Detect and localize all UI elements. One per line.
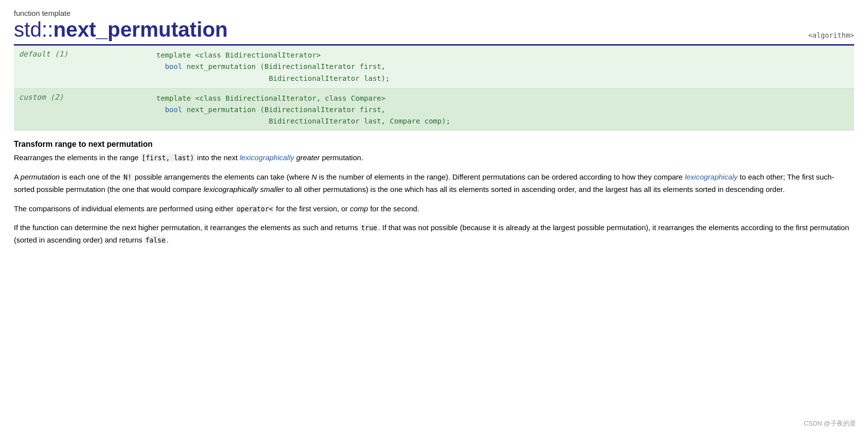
syntax-table: default (1) template <class Bidirectiona… xyxy=(14,46,854,131)
namespace-label: std:: xyxy=(14,18,53,41)
syntax-label-default: default (1) xyxy=(14,46,151,88)
algorithm-tag: <algorithm> xyxy=(808,31,854,42)
syntax-code-default: template <class BidirectionalIterator> b… xyxy=(151,46,854,88)
paragraph-2: A permutation is each one of the N! poss… xyxy=(14,171,854,196)
syntax-row-custom: custom (2) template <class Bidirectional… xyxy=(14,88,854,131)
link-lexicographically[interactable]: lexicographically xyxy=(240,153,294,162)
main-title: std::next_permutation xyxy=(14,18,228,41)
link-lexicographically-2[interactable]: lexicographicaly xyxy=(685,173,738,181)
syntax-label-custom: custom (2) xyxy=(14,88,151,131)
section-title: Transform range to next permutation xyxy=(14,140,854,149)
function-name: next_permutation xyxy=(53,18,227,41)
function-type-label: function template xyxy=(14,9,854,17)
paragraph-4: If the function can determine the next h… xyxy=(14,222,854,247)
syntax-row-default: default (1) template <class Bidirectiona… xyxy=(14,46,854,88)
paragraph-1: Rearranges the elements in the range [fi… xyxy=(14,152,854,164)
paragraph-3: The comparisons of individual elements a… xyxy=(14,203,854,215)
syntax-code-custom: template <class BidirectionalIterator, c… xyxy=(151,88,854,131)
